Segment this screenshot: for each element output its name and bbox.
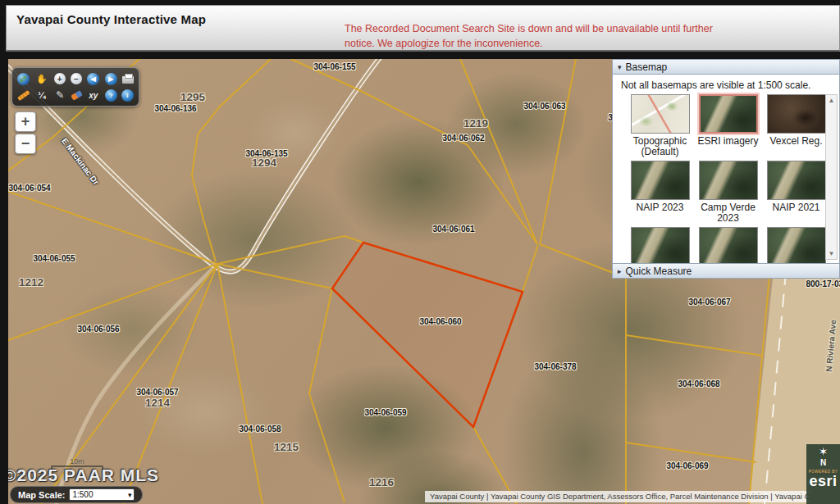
scale-bar-label: 10m <box>51 457 103 465</box>
measure-icon[interactable] <box>17 89 30 100</box>
basemap-thumbnail[interactable] <box>767 227 826 263</box>
basemap-option-hidden-7[interactable] <box>694 227 762 263</box>
app-window: Yavapai County Interactive Map The Recor… <box>0 0 840 504</box>
map-attribution: Yavapai County | Yavapai County GIS Depa… <box>425 491 810 502</box>
map-toolbar: ✋+−◀▶¼✎xy?i <box>11 67 139 107</box>
quick-measure-panel-header[interactable]: ▸ Quick Measure <box>612 263 840 279</box>
basemap-thumbnail[interactable] <box>767 161 826 200</box>
parcel-label: 1214 <box>145 397 170 409</box>
parcel-label: 304-06-063 <box>523 102 565 111</box>
north-arrow-icon: ✶ <box>819 445 829 458</box>
page-title: Yavapai County Interactive Map <box>16 12 206 26</box>
zoom-control: + − <box>15 111 36 156</box>
basemap-thumbnail[interactable] <box>699 94 758 134</box>
parcel-label: 1216 <box>369 476 394 488</box>
basemap-option-label: Vexcel Reg. <box>769 136 822 159</box>
pan-hand-icon[interactable]: ✋ <box>34 72 48 86</box>
quarter-section-icon[interactable]: ¼ <box>34 89 48 102</box>
parcel-label: 800-17-033 <box>806 279 840 288</box>
parcel-label: 304-06-056 <box>77 325 119 334</box>
print-icon[interactable] <box>122 76 134 84</box>
basemap-option-label: NAIP 2023 <box>637 202 684 225</box>
basemap-option-label: ESRI imagery <box>697 136 758 159</box>
parcel-label: 304-06-136 <box>154 104 196 113</box>
toolbar-row: ¼✎xy?i <box>17 88 134 102</box>
chevron-down-icon: ▾ <box>128 491 132 499</box>
parcel-label: 1212 <box>19 276 43 288</box>
map-canvas[interactable]: 304-06-1551295304-06-136304-06-135129430… <box>8 59 840 504</box>
copyright-watermark: ©2025 PAAR MLS <box>8 465 159 485</box>
basemap-option-naip-2023[interactable]: NAIP 2023 <box>626 161 694 225</box>
help-icon[interactable]: ? <box>105 89 117 102</box>
map-scale-label: Map Scale: <box>18 490 65 500</box>
basemap-scrollbar[interactable]: ▲ ▼ <box>825 94 838 260</box>
parcel-label: 304-06-060 <box>419 317 461 326</box>
scroll-down-icon[interactable]: ▼ <box>829 248 835 259</box>
parcel-label: 304-06-061 <box>432 225 474 234</box>
scroll-up-icon[interactable]: ▲ <box>829 95 835 106</box>
quick-measure-title: Quick Measure <box>626 266 692 277</box>
app-header: Yavapai County Interactive Map The Recor… <box>6 5 840 52</box>
basemap-thumbnail[interactable] <box>631 227 690 263</box>
toolbar-row: ✋+−◀▶ <box>17 71 134 86</box>
basemap-thumbnail[interactable] <box>699 227 758 263</box>
globe-overview-icon[interactable] <box>17 73 30 85</box>
basemap-option-hidden-8[interactable] <box>762 227 830 263</box>
zoom-out-button[interactable]: − <box>15 134 36 154</box>
basemap-option-naip-2021[interactable]: NAIP 2021 <box>762 161 830 225</box>
collapse-icon: ▾ <box>618 63 622 71</box>
draw-icon[interactable]: ✎ <box>53 89 67 102</box>
parcel-label: 304-06-058 <box>239 425 281 434</box>
zoom-in-icon[interactable]: + <box>54 73 66 84</box>
map-scale-control: Map Scale: 1:500 ▾ <box>10 486 143 503</box>
parcel-label: 304-06-054 <box>8 184 50 193</box>
parcel-label: 304-06-059 <box>364 408 406 417</box>
basemap-option-hidden-6[interactable] <box>626 227 694 263</box>
xy-coordinates-icon[interactable]: xy <box>86 89 100 102</box>
basemap-option-topographic-default[interactable]: Topographic (Default) <box>626 94 694 159</box>
basemap-panel-body: Not all basemaps are visible at 1:500 sc… <box>612 75 840 263</box>
basemap-thumbnail[interactable] <box>767 94 826 134</box>
map-scale-value: 1:500 <box>72 490 93 499</box>
parcel-label: 1215 <box>274 441 299 453</box>
parcel-label: 304-06-067 <box>688 297 730 306</box>
map-scale-select[interactable]: 1:500 ▾ <box>69 488 135 501</box>
layers-side-panel: ▾ Basemap Not all basemaps are visible a… <box>612 59 840 279</box>
parcel-label: 1295 <box>180 91 205 103</box>
identify-icon[interactable]: i <box>121 89 134 102</box>
basemap-option-camp-verde-2023[interactable]: Camp Verde 2023 <box>694 161 762 225</box>
eraser-icon[interactable] <box>71 90 83 101</box>
basemap-thumbnail[interactable] <box>631 94 690 134</box>
basemap-option-label: Topographic (Default) <box>626 136 694 159</box>
esri-logo-block: ✶ N POWERED BY esri <box>806 444 840 504</box>
esri-brand: esri <box>809 474 837 489</box>
parcel-label: 304-06-069 <box>666 461 708 470</box>
expand-icon: ▸ <box>618 267 622 275</box>
parcel-label: 1219 <box>463 117 488 129</box>
basemap-scale-note: Not all basemaps are visible at 1:500 sc… <box>613 75 839 93</box>
selected-parcel-outline[interactable] <box>332 243 523 427</box>
basemap-panel-title: Basemap <box>626 61 668 73</box>
parcel-label: 1294 <box>252 157 276 169</box>
next-extent-icon[interactable]: ▶ <box>105 73 117 85</box>
site-warning-message: The Recorded Document Search Site is dow… <box>345 22 737 51</box>
basemap-option-label: NAIP 2021 <box>773 202 820 225</box>
parcel-label: 304-06-057 <box>136 388 178 397</box>
zoom-out-icon[interactable]: − <box>71 73 82 84</box>
basemap-option-esri-imagery[interactable]: ESRI imagery <box>694 94 762 159</box>
previous-extent-icon[interactable]: ◀ <box>87 73 99 85</box>
basemap-gallery: Topographic (Default)ESRI imageryVexcel … <box>613 93 839 263</box>
basemap-option-vexcel-reg[interactable]: Vexcel Reg. <box>762 94 830 159</box>
basemap-panel-header[interactable]: ▾ Basemap <box>612 59 840 75</box>
north-label: N <box>820 458 826 467</box>
parcel-label: 304-06-378 <box>534 362 576 371</box>
basemap-option-label: Camp Verde 2023 <box>694 202 762 225</box>
parcel-label: 304-06-068 <box>678 379 719 388</box>
parcel-label: 304-06-155 <box>313 62 355 71</box>
basemap-thumbnail[interactable] <box>699 161 758 200</box>
parcel-label: 304-06-055 <box>33 254 75 263</box>
zoom-in-button[interactable]: + <box>15 111 36 132</box>
basemap-thumbnail[interactable] <box>631 161 690 200</box>
parcel-label: 304-06-062 <box>442 134 484 143</box>
